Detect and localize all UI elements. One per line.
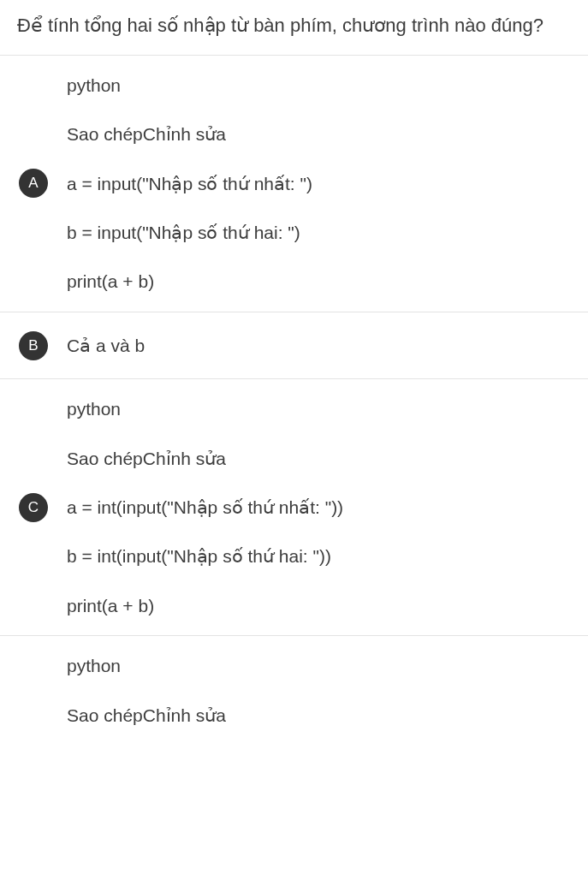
- option-a[interactable]: A python Sao chépChỉnh sửa a = input("Nh…: [0, 56, 588, 312]
- option-d-content: python Sao chépChỉnh sửa: [67, 636, 588, 741]
- option-b-content: Cả a và b: [67, 312, 588, 378]
- option-a-line-3: b = input("Nhập số thứ hai: "): [67, 220, 571, 245]
- option-b-badge: B: [19, 331, 48, 360]
- option-a-line-4: print(a + b): [67, 269, 571, 294]
- option-d-line-1: Sao chépChỉnh sửa: [67, 703, 571, 725]
- option-a-line-0: python: [67, 73, 571, 98]
- option-d[interactable]: python Sao chépChỉnh sửa: [0, 636, 588, 741]
- option-a-badge-col: A: [0, 169, 67, 198]
- option-c-badge: C: [19, 493, 48, 522]
- option-c-badge-col: C: [0, 493, 67, 522]
- option-c-line-1: Sao chépChỉnh sửa: [67, 446, 571, 471]
- option-a-line-1: Sao chépChỉnh sửa: [67, 122, 571, 146]
- option-c-content: python Sao chépChỉnh sửa a = int(input("…: [67, 379, 588, 635]
- option-b[interactable]: B Cả a và b: [0, 312, 588, 379]
- question-text: Để tính tổng hai số nhập từ bàn phím, ch…: [0, 0, 588, 56]
- option-b-badge-col: B: [0, 331, 67, 360]
- option-c-line-4: print(a + b): [67, 593, 571, 618]
- option-c-line-2: a = int(input("Nhập số thứ nhất: ")): [67, 495, 571, 520]
- option-a-line-2: a = input("Nhập số thứ nhất: "): [67, 171, 571, 196]
- option-c-line-0: python: [67, 396, 571, 421]
- option-a-content: python Sao chépChỉnh sửa a = input("Nhập…: [67, 56, 588, 312]
- option-d-line-0: python: [67, 653, 571, 678]
- option-c[interactable]: C python Sao chépChỉnh sửa a = int(input…: [0, 379, 588, 636]
- option-c-line-3: b = int(input("Nhập số thứ hai: ")): [67, 544, 571, 568]
- option-a-badge: A: [19, 169, 48, 198]
